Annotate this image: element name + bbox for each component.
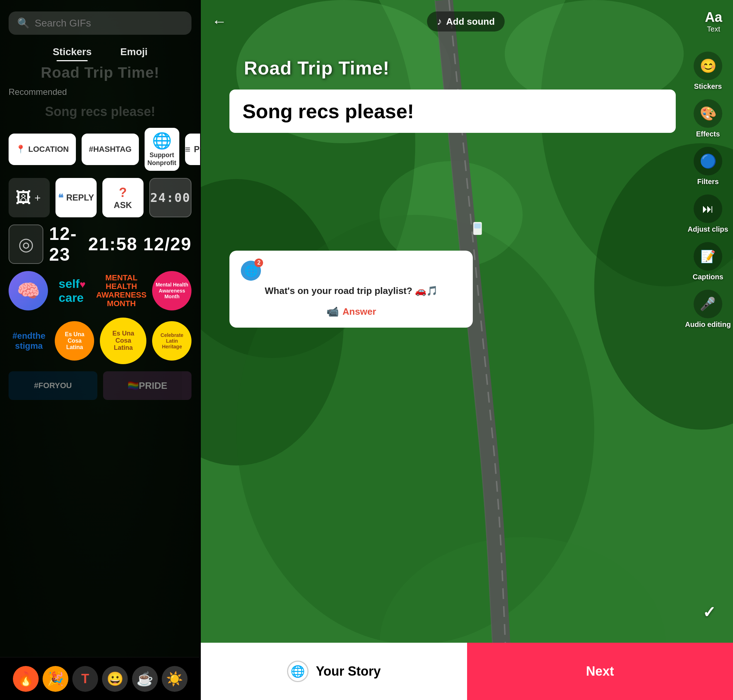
question-globe-icon: 🌐 2 (241, 261, 261, 281)
answer-button[interactable]: 📹 Answer (241, 303, 461, 321)
sticker-row-4: 🧠 self♥care MENTALHEALTHAWARENESSMONTH M… (9, 271, 191, 310)
left-content: 🔍 Stickers Emoji Road Trip Time! Recomme… (0, 0, 200, 400)
sticker-date-12-29[interactable]: 12/29 (143, 225, 191, 264)
stickers-emoji: 😊 (700, 58, 717, 74)
sticker-poll[interactable]: ≡ Poll (185, 134, 200, 165)
bottom-buttons: 🌐 Your Story Next (201, 643, 733, 700)
svg-rect-11 (474, 224, 481, 228)
tool-effects[interactable]: 🎨 Effects (693, 96, 722, 141)
nav-sun[interactable]: ☀️ (162, 666, 188, 692)
endthestigma-label: #endthestigma (13, 331, 46, 351)
right-panel: ← ♪ Add sound Aa Text 😊 Stickers 🎨 Effec… (201, 0, 733, 700)
sticker-awareness[interactable]: Mental Health Awareness Month (152, 271, 191, 310)
sticker-poll-label: Poll (194, 144, 200, 154)
sticker-selfcare[interactable]: self♥care (54, 271, 91, 310)
nav-confetti[interactable]: 🎉 (43, 666, 68, 692)
sticker-reply-label: REPLY (66, 193, 94, 203)
question-card[interactable]: 🌐 2 What's on your road trip playlist? 🚗… (229, 251, 473, 328)
search-input[interactable] (35, 18, 183, 29)
story-globe-icon: 🌐 (287, 660, 308, 682)
song-recs-box[interactable]: Song recs please! (229, 90, 676, 133)
sticker-row-6-fade: #FORYOU 🏳️‍🌈PRIDE (9, 371, 191, 400)
audio-editing-label: Audio editing (685, 321, 731, 329)
nav-coffee[interactable]: ☕ (132, 666, 158, 692)
sticker-ask[interactable]: ? ASK (102, 178, 144, 217)
sticker-reply[interactable]: ❝ REPLY (56, 178, 97, 217)
sticker-cosaltina-small[interactable]: Es UnaCosaLatina (55, 321, 94, 360)
nav-fire[interactable]: 🔥 (13, 666, 39, 692)
cosaltina-small-label: Es UnaCosaLatina (63, 329, 86, 353)
add-sound-button[interactable]: ♪ Add sound (427, 12, 505, 31)
tool-stickers[interactable]: 😊 Stickers (693, 49, 722, 93)
date-12-23-label: 12-23 (49, 224, 82, 265)
your-story-button[interactable]: 🌐 Your Story (201, 643, 467, 700)
sticker-endthestigma[interactable]: #endthestigma (9, 321, 49, 360)
sticker-brain[interactable]: 🧠 (9, 271, 48, 310)
sticker-hashtag-label: #HASHTAG (89, 145, 131, 154)
next-button[interactable]: Next (467, 643, 733, 700)
tool-captions[interactable]: 📝 Captions (693, 239, 723, 284)
nonprofit-globe-icon: 🌐 (152, 131, 172, 150)
for-you-label: #FORYOU (34, 381, 72, 390)
cosaltina-large-label: Es UnaCosaLatina (110, 327, 137, 354)
filters-icon: 🔵 (693, 147, 722, 175)
tool-adjust-clips[interactable]: ⏭ Adjust clips (687, 191, 728, 236)
right-tools: 😊 Stickers 🎨 Effects 🔵 Filters ⏭ Adjust … (683, 43, 733, 332)
photo-plus-icon: ＋ (32, 191, 43, 204)
text-t-label: T (81, 671, 89, 687)
sticker-countdown[interactable]: 24:00 (149, 178, 192, 217)
photo-icon: 🖼 (15, 189, 31, 207)
tool-audio-editing[interactable]: 🎤 Audio editing (685, 287, 731, 332)
sticker-hashtag[interactable]: #HASHTAG (82, 134, 138, 165)
adjust-clips-label: Adjust clips (687, 225, 728, 234)
back-button[interactable]: ← (212, 13, 226, 30)
overlay-song-recs: Song recs please! (9, 104, 191, 119)
stickers-icon: 😊 (693, 51, 722, 80)
audio-editing-emoji: 🎤 (700, 297, 716, 312)
sticker-location-label: LOCATION (28, 145, 69, 154)
song-recs-text: Song recs please! (242, 100, 414, 122)
nav-text-t[interactable]: T (72, 666, 98, 692)
ask-question-icon: ? (119, 185, 127, 200)
question-text: What's on your road trip playlist? 🚗🎵 (241, 285, 461, 297)
tabs-container: Stickers Emoji (9, 46, 191, 61)
your-story-label: Your Story (316, 664, 380, 679)
sticker-date-12-23[interactable]: 12-23 (49, 225, 82, 264)
selfcare-text-label: self♥care (59, 277, 85, 305)
sticker-row-2: 🖼 ＋ ❝ REPLY ? ASK 24:00 (9, 178, 191, 217)
sticker-row-3: ◎ 12-23 21:58 12/29 (9, 225, 191, 264)
next-label: Next (586, 664, 614, 679)
selfcare-heart-icon: ♥ (79, 279, 85, 290)
music-icon: ♪ (437, 16, 442, 27)
camera-icon: 📹 (326, 306, 339, 318)
sticker-nonprofit[interactable]: 🌐 Support Nonprofit (145, 128, 179, 171)
nav-smiley[interactable]: 😀 (102, 666, 128, 692)
sticker-latinheritage[interactable]: CelebrateLatinHeritage (152, 321, 191, 360)
question-badge: 2 (254, 259, 263, 267)
top-bar: ← ♪ Add sound Aa Text (201, 0, 733, 43)
sticker-ask-label: ASK (114, 200, 132, 210)
overlay-road-trip-title: Road Trip Time! (9, 64, 191, 81)
sticker-date-21-58[interactable]: 21:58 (88, 225, 137, 264)
search-bar[interactable]: 🔍 (9, 12, 191, 35)
filters-tool-label: Filters (697, 178, 719, 186)
sticker-date-ring[interactable]: ◎ (9, 225, 43, 264)
date-12-29-label: 12/29 (143, 234, 191, 254)
filters-emoji: 🔵 (700, 153, 717, 169)
sticker-photo[interactable]: 🖼 ＋ (9, 178, 50, 217)
tab-stickers[interactable]: Stickers (53, 46, 92, 61)
text-aa-container[interactable]: Aa Text (705, 10, 722, 33)
tab-emoji[interactable]: Emoji (120, 46, 147, 61)
tool-filters[interactable]: 🔵 Filters (693, 144, 722, 189)
sticker-location[interactable]: 📍 LOCATION (9, 134, 76, 165)
bottom-nav: 🔥 🎉 T 😀 ☕ ☀️ (0, 657, 200, 700)
stickers-tool-label: Stickers (694, 82, 722, 91)
date-ring-icon: ◎ (18, 234, 34, 254)
search-icon: 🔍 (17, 17, 30, 29)
left-panel: 🔍 Stickers Emoji Road Trip Time! Recomme… (0, 0, 200, 700)
checkmark-button[interactable]: ✓ (702, 603, 716, 621)
text-aa-label: Aa (705, 10, 722, 25)
sticker-mental-health[interactable]: MENTALHEALTHAWARENESSMONTH (96, 271, 147, 310)
reply-quote-icon: ❝ (58, 192, 63, 204)
sticker-cosaltina-large[interactable]: Es UnaCosaLatina (100, 318, 146, 364)
